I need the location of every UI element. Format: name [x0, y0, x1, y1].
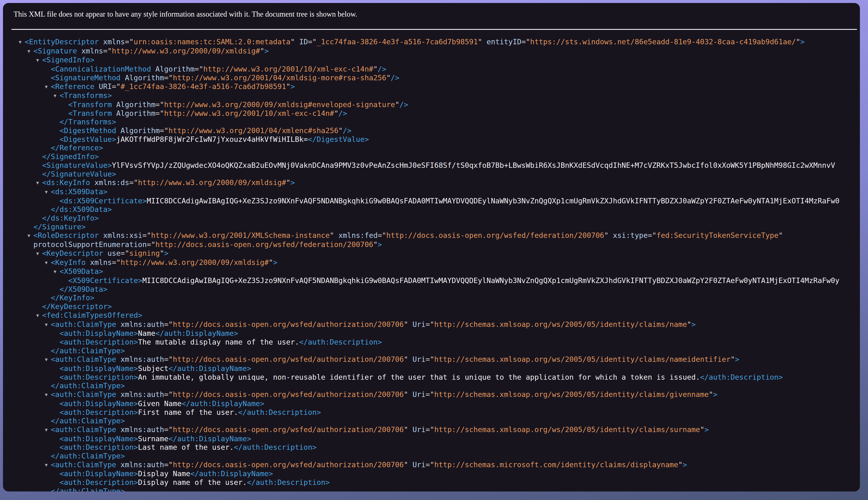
- xml-attr-value: http://www.w3.org/2000/09/xmldsig#envelo…: [164, 100, 395, 109]
- xml-line: </auth:ClaimType>: [11, 346, 860, 355]
- collapse-toggle-icon[interactable]: ▼: [45, 83, 50, 91]
- xml-attr-name: xmlns:fed: [338, 231, 378, 240]
- collapse-toggle-icon[interactable]: ▼: [36, 311, 42, 320]
- xml-line: ▼<Reference URI="#_1cc74faa-3826-4e3f-a5…: [11, 82, 860, 91]
- xml-open-tag: <KeyDescriptor: [42, 249, 103, 258]
- xml-line: ▼<RoleDescriptor xmlns:xsi="http://www.w…: [11, 231, 860, 240]
- page-background: { "viewer": { "message": "This XML file …: [0, 0, 868, 500]
- collapse-toggle-icon[interactable]: ▼: [36, 56, 42, 65]
- xml-line: ▼<X509Data>: [11, 267, 860, 276]
- xml-token: [94, 82, 99, 91]
- xml-attr-value: http://www.w3.org/2001/04/xmldsig-more#r…: [173, 73, 386, 82]
- xml-close-tag: </KeyInfo>: [51, 294, 94, 302]
- xml-attr-name: Algorithm: [120, 126, 160, 135]
- xml-tag-end: />: [338, 109, 347, 117]
- xml-attr-value: http://www.w3.org/2001/10/xml-exc-c14n#: [203, 65, 373, 73]
- xml-line: ▼<ds:KeyInfo xmlns:ds="http://www.w3.org…: [11, 178, 860, 188]
- xml-close-tag: </auth:DisplayName>: [169, 364, 251, 373]
- xml-tag-end: >: [134, 443, 138, 452]
- xml-attr-name: Algorithm: [116, 109, 155, 117]
- xml-attr-value: http://schemas.xmlsoap.org/ws/2005/05/id…: [434, 320, 687, 329]
- xml-open-tag: <DigestValue: [60, 135, 112, 144]
- collapse-toggle-icon[interactable]: ▼: [45, 355, 50, 364]
- xml-tag-end: >: [291, 82, 295, 91]
- xml-open-tag: <KeyInfo: [51, 258, 86, 266]
- xml-punct: ": [330, 231, 334, 240]
- xml-punct: =": [308, 37, 317, 46]
- xml-line: ▼<auth:ClaimType xmlns:auth="http://docs…: [11, 461, 860, 469]
- xml-close-tag: </Signature>: [33, 223, 86, 231]
- xml-token: [609, 231, 613, 240]
- collapse-toggle-icon[interactable]: ▼: [45, 426, 50, 434]
- xml-attr-value: http://docs.oasis-open.org/wsfed/authori…: [173, 461, 404, 469]
- xml-close-tag: </auth:Description>: [247, 478, 330, 487]
- xml-text: MIIC8DCCAdigAwIBAgIQG+XeZ3SJzo9NXnFvAQF5…: [147, 196, 840, 205]
- xml-attr-name: xmlns:xsi: [103, 231, 142, 240]
- xml-tag-end: >: [134, 478, 138, 487]
- xml-punct: ": [334, 109, 338, 117]
- xml-attr-name: ID: [299, 37, 308, 46]
- collapse-toggle-icon[interactable]: ▼: [45, 259, 50, 267]
- xml-open-tag: <SignatureValue: [42, 161, 107, 170]
- collapse-toggle-icon[interactable]: ▼: [36, 179, 42, 188]
- xml-token: [482, 37, 486, 46]
- xml-tag-end: >: [134, 364, 138, 373]
- collapse-toggle-icon[interactable]: ▼: [45, 390, 50, 399]
- collapse-toggle-icon[interactable]: ▼: [19, 38, 24, 47]
- xml-attr-value: http://docs.oasis-open.org/wsfed/federat…: [155, 240, 373, 249]
- xml-attr-value: http://schemas.xmlsoap.org/ws/2005/05/id…: [434, 390, 709, 399]
- xml-token: [99, 231, 103, 240]
- xml-line: </X509Data>: [11, 285, 860, 294]
- xml-close-tag: </Reference>: [51, 144, 103, 152]
- collapse-toggle-icon[interactable]: ▼: [27, 231, 33, 240]
- xml-attr-name: Uri: [413, 425, 426, 434]
- xml-line: ▼<KeyDescriptor use="signing">: [11, 249, 860, 258]
- collapse-toggle-icon[interactable]: ▼: [36, 249, 42, 258]
- xml-token: [77, 47, 81, 55]
- xml-line: <SignatureValue>YlFVsvSfYVpJ/zZQUgwdecXO…: [11, 161, 860, 170]
- xml-tag-end: >: [291, 178, 295, 187]
- xml-open-tag: <auth:Description: [60, 478, 134, 487]
- xml-line: </Reference>: [11, 144, 860, 152]
- xml-close-tag: </auth:ClaimType>: [51, 452, 125, 460]
- xml-open-tag: <Transform: [68, 100, 112, 109]
- xml-punct: ": [700, 425, 704, 434]
- collapse-toggle-icon[interactable]: ▼: [45, 320, 50, 329]
- xml-attr-name: xmlns:auth: [120, 390, 164, 399]
- xml-token: [116, 126, 120, 135]
- xml-punct: ": [604, 231, 609, 240]
- xml-text: Subject: [138, 364, 169, 373]
- xml-line: ▼<auth:ClaimType xmlns:auth="http://docs…: [11, 355, 860, 364]
- xml-token: [116, 425, 120, 434]
- xml-punct: ": [730, 355, 735, 364]
- xml-punct: ": [404, 461, 408, 469]
- xml-line: </auth:ClaimType>: [11, 382, 860, 390]
- xml-attr-name: Uri: [413, 461, 426, 469]
- xml-token: [116, 461, 120, 469]
- xml-text: Given Name: [138, 399, 182, 408]
- xml-close-tag: </X509Data>: [60, 285, 107, 294]
- xml-line: ▼<Transforms>: [11, 91, 860, 100]
- xml-tag-end: >: [134, 408, 138, 417]
- xml-punct: =": [125, 37, 134, 46]
- xml-attr-value: http://schemas.xmlsoap.org/ws/2005/05/id…: [434, 425, 700, 434]
- xml-text: The mutable display name of the user.: [138, 338, 299, 346]
- collapse-toggle-icon[interactable]: ▼: [27, 47, 33, 56]
- xml-line: ▼<auth:ClaimType xmlns:auth="http://docs…: [11, 425, 860, 434]
- xml-token: [90, 178, 94, 187]
- xml-punct: ": [291, 37, 295, 46]
- xml-tag-end: >: [134, 399, 138, 408]
- xml-attr-name: Algorithm: [125, 73, 164, 82]
- xml-line: </Transforms>: [11, 117, 860, 126]
- xml-close-tag: </auth:ClaimType>: [51, 382, 125, 390]
- xml-punct: ": [260, 47, 264, 55]
- xml-line: <auth:DisplayName>Name</auth:DisplayName…: [11, 329, 860, 338]
- xml-line: </auth:ClaimType>: [11, 487, 860, 491]
- xml-attr-name: xmlns:auth: [120, 461, 164, 469]
- collapse-toggle-icon[interactable]: ▼: [54, 92, 59, 100]
- xml-token: [112, 100, 116, 109]
- collapse-toggle-icon[interactable]: ▼: [45, 188, 50, 196]
- xml-tag-end: />: [378, 65, 386, 73]
- collapse-toggle-icon[interactable]: ▼: [45, 461, 50, 469]
- collapse-toggle-icon[interactable]: ▼: [54, 268, 59, 276]
